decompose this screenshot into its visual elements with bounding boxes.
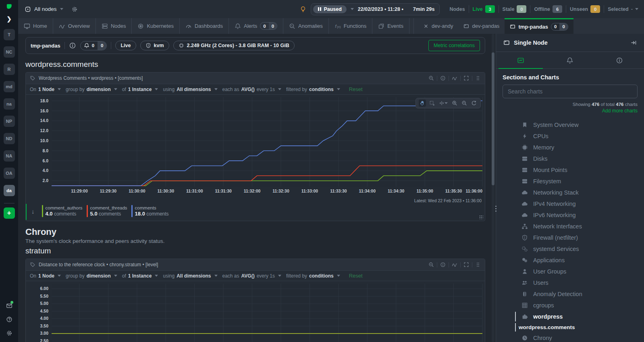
filter-segment[interactable]: group by: [66, 273, 85, 279]
filter-segment[interactable]: using: [163, 87, 175, 92]
filter-segment[interactable]: 1 Instance: [128, 87, 152, 92]
filter-segment[interactable]: Reset: [349, 86, 363, 92]
inbox-icon[interactable]: [6, 302, 12, 309]
sidebar-section-item[interactable]: Applications: [503, 255, 638, 266]
workspace-avatar[interactable]: na: [4, 98, 15, 110]
filter-segment[interactable]: of: [122, 87, 126, 92]
paused-button[interactable]: Paused: [313, 5, 346, 13]
filter-segment[interactable]: Reset: [349, 273, 363, 279]
sidebar-section-item[interactable]: Mount Points: [503, 164, 638, 176]
horizontal-zoom-icon[interactable]: [438, 99, 449, 107]
nav-item[interactable]: Functions: [329, 18, 372, 34]
time-controls[interactable]: Paused 22/02/2023 • 11:28 • 7min 29s: [311, 3, 440, 15]
sidebar-section-item[interactable]: Disks: [503, 153, 638, 164]
metric-correlations-button[interactable]: Metric correlations: [428, 40, 480, 51]
chart-canvas[interactable]: 2.002.503.003.504.004.505.005.506.00: [26, 281, 485, 342]
tab-info[interactable]: [595, 52, 644, 68]
nav-item[interactable]: Events: [372, 18, 409, 34]
nav-item[interactable]: Dashboards: [180, 18, 229, 34]
netdata-logo-icon[interactable]: [6, 3, 12, 10]
chart-info-icon[interactable]: [440, 75, 446, 81]
sidebar-section-item[interactable]: Firewall (netfilter): [503, 232, 638, 243]
filter-segment[interactable]: each as: [222, 273, 239, 279]
drag-handle-icon[interactable]: [475, 262, 481, 267]
filter-segment[interactable]: every 1s: [257, 273, 275, 279]
sidebar-section-item[interactable]: IPv4 Networking: [503, 198, 638, 209]
space-settings-gear-icon[interactable]: [71, 6, 78, 12]
legend-item[interactable]: comments 18.0 comments: [131, 205, 169, 217]
filter-segment[interactable]: each as: [222, 87, 239, 92]
date-range-label[interactable]: 22/02/2023 • 11:28 •: [358, 6, 403, 12]
chart-info-icon[interactable]: [440, 262, 446, 267]
node-status-filter[interactable]: Live 3: [473, 5, 495, 13]
sidebar-section-item[interactable]: wordpress: [503, 311, 638, 322]
node-info-icon[interactable]: [69, 42, 76, 49]
filter-segment[interactable]: conditions: [309, 87, 334, 92]
filter-segment[interactable]: 1 Node: [38, 87, 54, 92]
drag-handle-icon[interactable]: [475, 75, 481, 81]
node-switcher[interactable]: All nodes: [25, 6, 63, 12]
filter-segment[interactable]: On: [30, 273, 36, 279]
workspace-avatar[interactable]: R: [4, 64, 15, 75]
expand-rail-icon[interactable]: ❯: [6, 15, 12, 23]
nav-item[interactable]: Nodes: [96, 18, 132, 34]
sidebar-section-item[interactable]: wordpress.comments: [503, 322, 638, 332]
filter-segment[interactable]: filtered by: [286, 273, 307, 279]
workspace-avatar[interactable]: NP: [4, 116, 15, 127]
filter-segment[interactable]: dimension: [87, 273, 111, 279]
sidebar-section-item[interactable]: IPv6 Networking: [503, 209, 638, 221]
node-status-filter[interactable]: Offline 6: [534, 5, 562, 13]
node-alerts-pill[interactable]: 0 0: [80, 41, 107, 50]
help-icon[interactable]: [6, 316, 12, 323]
zoom-out-icon[interactable]: [428, 262, 434, 267]
tab-alerts[interactable]: [545, 52, 594, 68]
filter-segment[interactable]: of: [122, 273, 126, 279]
filter-segment[interactable]: group by: [66, 87, 85, 92]
workspace-avatar[interactable]: T: [4, 29, 15, 40]
sidebar-section-item[interactable]: Filesystem: [503, 176, 638, 187]
pan-icon[interactable]: [419, 99, 426, 107]
legend-item[interactable]: comment_threads 5.0 comments: [87, 205, 127, 217]
legend-item[interactable]: comment_authors 4.0 comments: [42, 205, 83, 217]
zoom-in-icon[interactable]: [451, 99, 458, 107]
nav-item[interactable]: Anomalies: [283, 18, 328, 34]
add-workspace-button[interactable]: +: [4, 207, 15, 219]
collapse-panel-icon[interactable]: [630, 39, 637, 46]
filter-segment[interactable]: every 1s: [257, 87, 275, 92]
close-icon[interactable]: [423, 23, 429, 29]
chart-type-icon[interactable]: [452, 262, 457, 267]
sidebar-section-item[interactable]: Chrony: [503, 332, 638, 342]
selected-nodes-filter[interactable]: Selected -: [608, 6, 638, 12]
workspace-avatar[interactable]: ND: [4, 133, 15, 144]
filter-segment[interactable]: filtered by: [286, 87, 307, 92]
sidebar-section-item[interactable]: Anomaly Detection: [503, 288, 638, 300]
chart-resize-handle[interactable]: [479, 215, 483, 219]
sidebar-section-item[interactable]: systemd Services: [503, 243, 638, 255]
main-scrollbar-thumb[interactable]: [492, 52, 494, 185]
add-more-charts-link[interactable]: Add more charts: [503, 108, 638, 114]
filter-segment[interactable]: 1 Node: [38, 273, 54, 279]
sidebar-section-item[interactable]: System Overview: [503, 119, 638, 131]
sidebar-section-item[interactable]: CPUs: [503, 131, 638, 142]
nav-item[interactable]: Overview: [53, 18, 96, 34]
chart-type-icon[interactable]: [452, 75, 457, 81]
workspace-avatar[interactable]: NC: [4, 46, 15, 58]
tab-dev-andy[interactable]: dev-andy: [418, 18, 458, 34]
node-status-filter[interactable]: Unseen 0: [570, 5, 600, 13]
filter-segment[interactable]: AVG(): [241, 87, 255, 92]
settings-gear-icon[interactable]: [6, 330, 12, 336]
nav-item[interactable]: Alerts 00: [229, 18, 283, 34]
nav-item[interactable]: Kubernetes: [132, 18, 179, 34]
select-zoom-icon[interactable]: [428, 99, 436, 107]
filter-segment[interactable]: AVG(): [241, 273, 255, 279]
sidebar-resize-handle[interactable]: [495, 205, 497, 213]
legend-toggle-icon[interactable]: ↓: [31, 208, 35, 215]
fullscreen-icon[interactable]: [463, 75, 469, 81]
sidebar-section-item[interactable]: cgroups: [503, 300, 638, 311]
reset-zoom-icon[interactable]: [470, 99, 478, 107]
fullscreen-icon[interactable]: [463, 262, 469, 267]
filter-segment[interactable]: All dimensions: [177, 87, 211, 92]
news-bulb-icon[interactable]: [299, 6, 307, 13]
workspace-avatar[interactable]: md: [4, 81, 15, 92]
nav-item[interactable]: Home: [18, 18, 53, 34]
